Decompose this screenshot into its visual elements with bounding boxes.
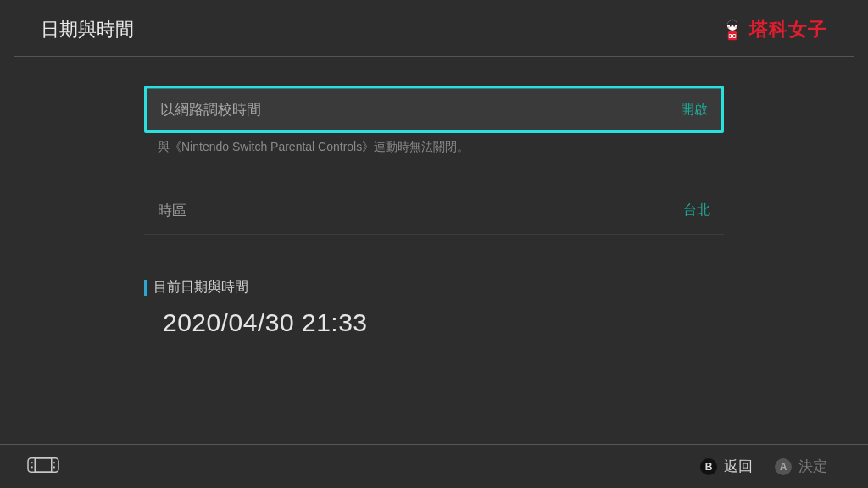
svg-point-3 (728, 26, 730, 28)
svg-rect-10 (31, 466, 33, 468)
footer-back-label: 返回 (724, 457, 753, 476)
svg-point-1 (730, 25, 732, 27)
header: 日期與時間 3C 塔科女子 (0, 0, 868, 56)
page-title: 日期與時間 (41, 17, 134, 42)
brand-logo: 3C 塔科女子 (721, 17, 827, 42)
svg-rect-8 (35, 458, 52, 472)
svg-rect-7 (28, 458, 58, 472)
a-button-icon: A (775, 458, 792, 475)
section-current-datetime: 目前日期與時間 (144, 279, 724, 308)
svg-rect-11 (53, 462, 55, 463)
footer-confirm[interactable]: A 決定 (775, 457, 827, 476)
content: 以網路調校時間 開啟 與《Nintendo Switch Parental Co… (0, 57, 868, 337)
svg-text:3C: 3C (729, 33, 737, 39)
brand-text: 塔科女子 (749, 17, 827, 42)
footer-bar: B 返回 A 決定 (0, 444, 868, 488)
brand-avatar-icon: 3C (721, 18, 744, 42)
controller-icon (27, 458, 59, 476)
footer-back[interactable]: B 返回 (700, 457, 753, 476)
row-sync-value: 開啟 (681, 101, 708, 119)
section-accent-bar (144, 280, 147, 296)
footer-confirm-label: 決定 (798, 457, 827, 476)
row-timezone-value: 台北 (683, 202, 710, 219)
row-sync-time[interactable]: 以網路調校時間 開啟 (144, 86, 724, 133)
row-timezone[interactable]: 時區 台北 (144, 187, 724, 235)
svg-point-4 (735, 26, 737, 28)
footer-actions: B 返回 A 決定 (700, 457, 827, 476)
row-sync-hint: 與《Nintendo Switch Parental Controls》連動時無… (144, 133, 724, 155)
svg-point-2 (733, 25, 735, 27)
row-timezone-label: 時區 (158, 201, 186, 220)
current-datetime-value: 2020/04/30 21:33 (144, 308, 724, 337)
section-current-title: 目前日期與時間 (153, 279, 248, 297)
svg-rect-9 (31, 462, 33, 463)
row-sync-label: 以網路調校時間 (160, 100, 261, 119)
b-button-icon: B (700, 458, 717, 475)
svg-rect-12 (53, 466, 55, 468)
